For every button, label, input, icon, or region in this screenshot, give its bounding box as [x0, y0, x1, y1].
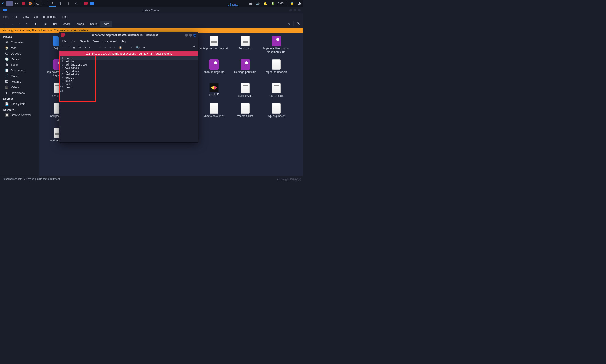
mp-menu-edit[interactable]: Edit	[71, 39, 76, 43]
workspace-2[interactable]: 2	[57, 0, 64, 7]
taskbar-dropdown-icon[interactable]: ⌄	[41, 1, 45, 6]
mp-goto-icon[interactable]: ↵	[143, 46, 145, 49]
file-item[interactable]: dnaMappings.lua	[199, 58, 229, 78]
taskbar-editor-icon[interactable]	[20, 1, 27, 6]
file-item[interactable]: pixel.gif	[199, 82, 229, 99]
max-dot[interactable]	[294, 9, 296, 12]
running-editor-icon[interactable]	[83, 1, 89, 6]
file-item[interactable]: enterprise_numbers.txt	[199, 35, 229, 54]
mp-saveas-icon[interactable]: 🖬	[78, 46, 81, 49]
mp-new-icon[interactable]: 🗋	[62, 46, 65, 49]
mp-cut-icon[interactable]: ✂	[109, 46, 111, 49]
running-files-icon[interactable]	[90, 2, 94, 5]
editor-line[interactable]: 3administrator	[59, 63, 198, 66]
workspace-1[interactable]: 1	[49, 0, 56, 7]
taskbar-app-1[interactable]	[6, 1, 13, 6]
mp-paste-icon[interactable]: 📋	[119, 46, 122, 49]
clock[interactable]: 8:46	[278, 2, 283, 5]
mp-max[interactable]	[189, 34, 192, 37]
editor-line[interactable]: 5sysadmin	[59, 69, 198, 73]
editor-line[interactable]: 6netadmin	[59, 73, 198, 76]
power-icon[interactable]: ⏻	[297, 1, 301, 6]
new-window-button[interactable]: ◧	[33, 21, 39, 27]
editor-line[interactable]: 1root	[59, 56, 198, 60]
file-item[interactable]: vhosts-full.lst	[230, 102, 260, 123]
mp-find-icon[interactable]: 🔍︎	[131, 46, 133, 49]
mp-close[interactable]: ✕	[193, 34, 196, 37]
mp-saveall-icon[interactable]: ▤	[73, 46, 75, 49]
back-button[interactable]: ←	[1, 21, 8, 27]
root-crumb-icon[interactable]: ▣	[42, 21, 49, 27]
editor-line[interactable]: 10test	[59, 86, 198, 89]
volume-icon[interactable]: 🔊	[256, 1, 260, 6]
close-dot[interactable]	[298, 9, 301, 12]
mp-menu-document[interactable]: Document	[104, 39, 117, 43]
lock-icon[interactable]: 🔒	[290, 1, 294, 6]
crumb-nselib[interactable]: nselib	[87, 21, 101, 27]
file-item[interactable]: favicon-db	[230, 35, 260, 54]
file-item[interactable]: vhosts-default.lst	[199, 102, 229, 123]
system-monitor-graph[interactable]	[221, 1, 245, 6]
up-button[interactable]: ↑	[16, 21, 23, 27]
mp-replace-icon[interactable]: 🔍⁺	[136, 46, 140, 49]
sidebar-item[interactable]: 🔲Browse Network	[0, 112, 39, 118]
workspace-3[interactable]: 3	[65, 0, 72, 7]
menu-view[interactable]: View	[23, 15, 29, 18]
forward-button[interactable]: →	[9, 21, 15, 27]
sidebar-item[interactable]: 🖵Desktop	[0, 51, 39, 56]
editor-line[interactable]: 2admin	[59, 60, 198, 63]
sidebar-item[interactable]: 🎵Music	[0, 73, 39, 79]
display-icon[interactable]: ▣	[248, 1, 253, 6]
menu-edit[interactable]: Edit	[13, 15, 17, 18]
mp-menu-search[interactable]: Search	[80, 39, 89, 43]
crumb-data[interactable]: data	[101, 21, 112, 27]
mp-copy-icon[interactable]: ⎘	[114, 46, 116, 49]
sidebar-item[interactable]: 🖥Computer	[0, 39, 39, 45]
menu-help[interactable]: Help	[62, 15, 68, 18]
sidebar-item[interactable]: 🗑Trash	[0, 62, 39, 67]
sidebar-item[interactable]: 📄Documents	[0, 67, 39, 73]
search-button[interactable]: 🔍︎	[295, 21, 301, 27]
editor-line[interactable]: 4webadmin	[59, 66, 198, 69]
file-item[interactable]: mgroupnames.db	[261, 58, 292, 78]
crumb-share[interactable]: share	[60, 21, 74, 27]
crumb-usr[interactable]: usr	[50, 21, 60, 27]
crumb-nmap[interactable]: nmap	[74, 21, 87, 27]
menu-go[interactable]: Go	[34, 15, 38, 18]
taskbar-files-icon[interactable]: ▭	[13, 1, 19, 6]
taskbar-terminal-icon[interactable]: >_	[34, 1, 40, 6]
mousepad-window[interactable]: /usr/share/nmap/nselib/data/usernames.ls…	[59, 32, 198, 143]
mp-fullscreen-icon[interactable]: ⛶	[193, 46, 195, 49]
editor-line[interactable]: 9web	[59, 82, 198, 86]
taskbar-firefox-icon[interactable]	[27, 1, 33, 6]
min-dot[interactable]	[289, 9, 292, 12]
mp-save-icon[interactable]: 🖫	[68, 46, 70, 49]
workspace-4[interactable]: 4	[73, 0, 80, 7]
sidebar-item[interactable]: 🎬Videos	[0, 84, 39, 90]
menu-bookmarks[interactable]: Bookmarks	[43, 15, 57, 18]
kali-menu-icon[interactable]	[1, 1, 6, 6]
sidebar-item[interactable]: 💾File System	[0, 101, 39, 107]
notifications-icon[interactable]: 🔔	[263, 1, 267, 6]
mp-menu-help[interactable]: Help	[121, 39, 127, 43]
sidebar-item[interactable]: 🖼Pictures	[0, 79, 39, 84]
file-item[interactable]: ike-fingerprints.lua	[230, 58, 260, 78]
file-item[interactable]: rtsp-urls.txt	[261, 82, 292, 99]
file-item[interactable]: wp-plugins.lst	[261, 102, 292, 123]
mp-min[interactable]	[185, 34, 188, 37]
mp-close-file-icon[interactable]: ✕	[89, 46, 91, 49]
menu-file[interactable]: File	[3, 15, 8, 18]
editor-body[interactable]: 1root2admin3administrator4webadmin5sysad…	[59, 56, 198, 143]
file-item[interactable]: publickeydb	[230, 82, 260, 99]
editor-line[interactable]: 11	[59, 89, 198, 92]
mp-redo-icon[interactable]: ↷	[104, 46, 106, 49]
mousepad-titlebar[interactable]: /usr/share/nmap/nselib/data/usernames.ls…	[59, 32, 198, 38]
editor-line[interactable]: 8user	[59, 79, 198, 82]
mp-reload-icon[interactable]: ↻	[84, 46, 86, 49]
battery-icon[interactable]: 🔋	[270, 1, 275, 6]
thunar-titlebar[interactable]: data - Thunar	[0, 7, 303, 13]
sidebar-item[interactable]: 🕔Recent	[0, 56, 39, 62]
editor-line[interactable]: 7guest	[59, 76, 198, 79]
sidebar-item[interactable]: 🏠root	[0, 45, 39, 51]
mp-menu-view[interactable]: View	[93, 39, 99, 43]
